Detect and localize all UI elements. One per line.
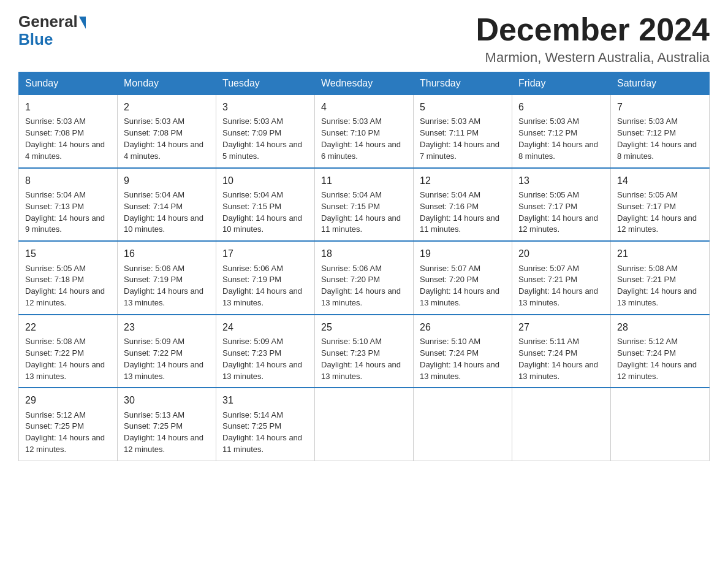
day-number: 3: [222, 100, 308, 114]
daylight-label: Daylight: 14 hours and 12 minutes.: [518, 213, 598, 234]
sunrise-label: Sunrise: 5:03 AM: [518, 117, 579, 126]
calendar-cell: [315, 388, 414, 461]
sunrise-label: Sunrise: 5:12 AM: [617, 337, 678, 346]
sunrise-label: Sunrise: 5:03 AM: [420, 117, 480, 126]
calendar-week-2: 8 Sunrise: 5:04 AM Sunset: 7:13 PM Dayli…: [19, 168, 710, 242]
sunrise-label: Sunrise: 5:03 AM: [124, 117, 184, 126]
calendar-cell: 25 Sunrise: 5:10 AM Sunset: 7:23 PM Dayl…: [315, 315, 414, 388]
calendar-cell: 9 Sunrise: 5:04 AM Sunset: 7:14 PM Dayli…: [118, 168, 216, 242]
calendar-cell: 2 Sunrise: 5:03 AM Sunset: 7:08 PM Dayli…: [118, 94, 216, 168]
calendar-cell: 13 Sunrise: 5:05 AM Sunset: 7:17 PM Dayl…: [512, 168, 611, 242]
location-title: Marmion, Western Australia, Australia: [476, 50, 710, 66]
sunset-label: Sunset: 7:23 PM: [222, 348, 281, 358]
day-number: 4: [321, 100, 407, 114]
sunrise-label: Sunrise: 5:14 AM: [222, 410, 283, 419]
daylight-label: Daylight: 14 hours and 8 minutes.: [518, 140, 598, 161]
sunrise-label: Sunrise: 5:09 AM: [124, 337, 184, 346]
sunset-label: Sunset: 7:10 PM: [321, 128, 380, 137]
day-number: 12: [420, 174, 506, 188]
sunrise-label: Sunrise: 5:06 AM: [222, 264, 283, 273]
calendar-cell: 8 Sunrise: 5:04 AM Sunset: 7:13 PM Dayli…: [19, 168, 118, 242]
sunset-label: Sunset: 7:15 PM: [222, 202, 281, 211]
calendar-cell: 12 Sunrise: 5:04 AM Sunset: 7:16 PM Dayl…: [414, 168, 512, 242]
calendar-cell: 31 Sunrise: 5:14 AM Sunset: 7:25 PM Dayl…: [216, 388, 315, 461]
sunset-label: Sunset: 7:20 PM: [321, 275, 380, 284]
day-number: 6: [518, 100, 604, 114]
day-number: 23: [124, 320, 210, 334]
calendar-cell: 27 Sunrise: 5:11 AM Sunset: 7:24 PM Dayl…: [512, 315, 611, 388]
sunset-label: Sunset: 7:22 PM: [124, 348, 183, 358]
daylight-label: Daylight: 14 hours and 13 minutes.: [518, 360, 598, 381]
col-thursday: Thursday: [414, 72, 512, 94]
daylight-label: Daylight: 14 hours and 13 minutes.: [222, 360, 302, 381]
day-number: 9: [124, 174, 210, 188]
sunrise-label: Sunrise: 5:03 AM: [617, 117, 678, 126]
sunset-label: Sunset: 7:16 PM: [420, 202, 479, 211]
sunrise-label: Sunrise: 5:03 AM: [25, 117, 86, 126]
daylight-label: Daylight: 14 hours and 11 minutes.: [420, 213, 499, 234]
daylight-label: Daylight: 14 hours and 11 minutes.: [222, 433, 302, 454]
month-title: December 2024: [476, 12, 710, 47]
day-number: 2: [124, 100, 210, 114]
calendar-cell: 7 Sunrise: 5:03 AM Sunset: 7:12 PM Dayli…: [611, 94, 710, 168]
daylight-label: Daylight: 14 hours and 5 minutes.: [222, 140, 302, 161]
daylight-label: Daylight: 14 hours and 13 minutes.: [420, 286, 499, 307]
calendar-table: Sunday Monday Tuesday Wednesday Thursday…: [18, 72, 710, 461]
daylight-label: Daylight: 14 hours and 10 minutes.: [124, 213, 203, 234]
calendar-cell: 4 Sunrise: 5:03 AM Sunset: 7:10 PM Dayli…: [315, 94, 414, 168]
sunset-label: Sunset: 7:24 PM: [617, 348, 676, 358]
sunset-label: Sunset: 7:09 PM: [222, 128, 281, 137]
day-number: 22: [25, 320, 111, 334]
day-number: 10: [222, 174, 308, 188]
sunset-label: Sunset: 7:22 PM: [25, 348, 84, 358]
calendar-cell: 22 Sunrise: 5:08 AM Sunset: 7:22 PM Dayl…: [19, 315, 118, 388]
daylight-label: Daylight: 14 hours and 13 minutes.: [617, 286, 697, 307]
sunrise-label: Sunrise: 5:05 AM: [25, 264, 86, 273]
calendar-cell: 30 Sunrise: 5:13 AM Sunset: 7:25 PM Dayl…: [118, 388, 216, 461]
day-number: 1: [25, 100, 111, 114]
calendar-week-4: 22 Sunrise: 5:08 AM Sunset: 7:22 PM Dayl…: [19, 315, 710, 388]
day-number: 30: [124, 393, 210, 407]
col-monday: Monday: [118, 72, 216, 94]
sunrise-label: Sunrise: 5:07 AM: [420, 264, 480, 273]
day-number: 26: [420, 320, 506, 334]
sunrise-label: Sunrise: 5:05 AM: [617, 190, 678, 199]
sunset-label: Sunset: 7:08 PM: [25, 128, 84, 137]
sunset-label: Sunset: 7:17 PM: [617, 202, 676, 211]
day-number: 8: [25, 174, 111, 188]
calendar-cell: 5 Sunrise: 5:03 AM Sunset: 7:11 PM Dayli…: [414, 94, 512, 168]
daylight-label: Daylight: 14 hours and 11 minutes.: [321, 213, 401, 234]
calendar-cell: 19 Sunrise: 5:07 AM Sunset: 7:20 PM Dayl…: [414, 241, 512, 315]
calendar-cell: 11 Sunrise: 5:04 AM Sunset: 7:15 PM Dayl…: [315, 168, 414, 242]
daylight-label: Daylight: 14 hours and 13 minutes.: [321, 286, 401, 307]
sunset-label: Sunset: 7:20 PM: [420, 275, 479, 284]
day-number: 7: [617, 100, 703, 114]
day-number: 11: [321, 174, 407, 188]
daylight-label: Daylight: 14 hours and 7 minutes.: [420, 140, 499, 161]
sunrise-label: Sunrise: 5:05 AM: [518, 190, 579, 199]
sunset-label: Sunset: 7:18 PM: [25, 275, 84, 284]
calendar-cell: 17 Sunrise: 5:06 AM Sunset: 7:19 PM Dayl…: [216, 241, 315, 315]
sunset-label: Sunset: 7:19 PM: [124, 275, 183, 284]
daylight-label: Daylight: 14 hours and 10 minutes.: [222, 213, 302, 234]
daylight-label: Daylight: 14 hours and 13 minutes.: [124, 360, 203, 381]
calendar-week-3: 15 Sunrise: 5:05 AM Sunset: 7:18 PM Dayl…: [19, 241, 710, 315]
sunrise-label: Sunrise: 5:04 AM: [420, 190, 480, 199]
daylight-label: Daylight: 14 hours and 13 minutes.: [518, 286, 598, 307]
calendar-week-5: 29 Sunrise: 5:12 AM Sunset: 7:25 PM Dayl…: [19, 388, 710, 461]
sunrise-label: Sunrise: 5:04 AM: [25, 190, 86, 199]
sunset-label: Sunset: 7:15 PM: [321, 202, 380, 211]
daylight-label: Daylight: 14 hours and 4 minutes.: [25, 140, 105, 161]
sunrise-label: Sunrise: 5:10 AM: [321, 337, 382, 346]
calendar-cell: 15 Sunrise: 5:05 AM Sunset: 7:18 PM Dayl…: [19, 241, 118, 315]
page-header: General Blue December 2024 Marmion, West…: [18, 12, 710, 66]
day-number: 20: [518, 247, 604, 261]
logo: General Blue: [18, 12, 86, 47]
sunset-label: Sunset: 7:19 PM: [222, 275, 281, 284]
day-number: 19: [420, 247, 506, 261]
calendar-cell: 14 Sunrise: 5:05 AM Sunset: 7:17 PM Dayl…: [611, 168, 710, 242]
daylight-label: Daylight: 14 hours and 12 minutes.: [25, 286, 105, 307]
day-number: 21: [617, 247, 703, 261]
sunrise-label: Sunrise: 5:10 AM: [420, 337, 480, 346]
sunset-label: Sunset: 7:24 PM: [518, 348, 577, 358]
